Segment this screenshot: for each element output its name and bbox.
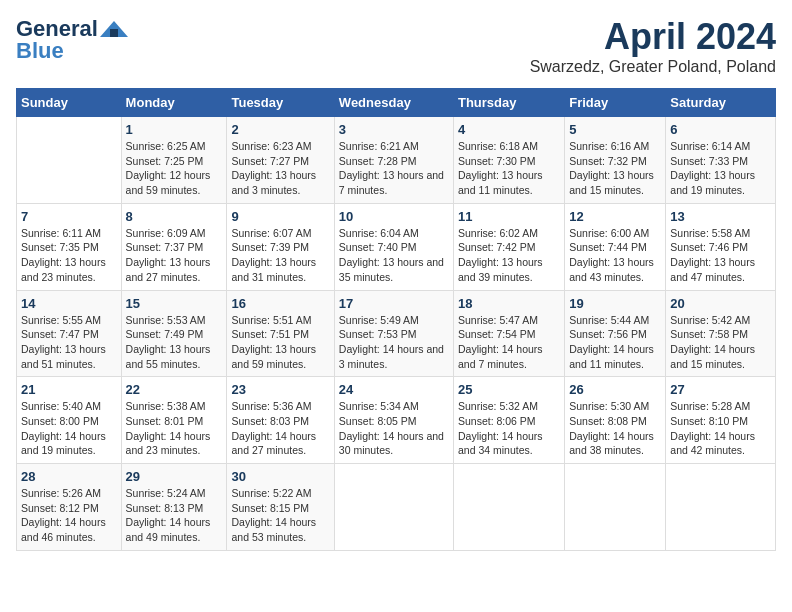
- day-info: Sunrise: 6:04 AMSunset: 7:40 PMDaylight:…: [339, 226, 449, 285]
- calendar-week-4: 21 Sunrise: 5:40 AMSunset: 8:00 PMDaylig…: [17, 377, 776, 464]
- day-header-monday: Monday: [121, 89, 227, 117]
- day-info: Sunrise: 5:28 AMSunset: 8:10 PMDaylight:…: [670, 399, 771, 458]
- day-number: 5: [569, 122, 661, 137]
- day-info: Sunrise: 6:25 AMSunset: 7:25 PMDaylight:…: [126, 139, 223, 198]
- day-number: 11: [458, 209, 560, 224]
- calendar-cell: 1 Sunrise: 6:25 AMSunset: 7:25 PMDayligh…: [121, 117, 227, 204]
- day-header-wednesday: Wednesday: [334, 89, 453, 117]
- calendar-cell: 26 Sunrise: 5:30 AMSunset: 8:08 PMDaylig…: [565, 377, 666, 464]
- calendar-cell: 19 Sunrise: 5:44 AMSunset: 7:56 PMDaylig…: [565, 290, 666, 377]
- calendar-cell: 29 Sunrise: 5:24 AMSunset: 8:13 PMDaylig…: [121, 464, 227, 551]
- calendar-cell: 20 Sunrise: 5:42 AMSunset: 7:58 PMDaylig…: [666, 290, 776, 377]
- day-number: 30: [231, 469, 329, 484]
- calendar-cell: 15 Sunrise: 5:53 AMSunset: 7:49 PMDaylig…: [121, 290, 227, 377]
- logo-icon: [100, 19, 128, 39]
- day-number: 4: [458, 122, 560, 137]
- day-number: 27: [670, 382, 771, 397]
- header: General Blue April 2024 Swarzedz, Greate…: [16, 16, 776, 76]
- calendar-table: SundayMondayTuesdayWednesdayThursdayFrid…: [16, 88, 776, 551]
- day-info: Sunrise: 6:14 AMSunset: 7:33 PMDaylight:…: [670, 139, 771, 198]
- day-number: 12: [569, 209, 661, 224]
- day-header-tuesday: Tuesday: [227, 89, 334, 117]
- calendar-cell: 6 Sunrise: 6:14 AMSunset: 7:33 PMDayligh…: [666, 117, 776, 204]
- calendar-cell: 28 Sunrise: 5:26 AMSunset: 8:12 PMDaylig…: [17, 464, 122, 551]
- day-number: 8: [126, 209, 223, 224]
- day-info: Sunrise: 6:21 AMSunset: 7:28 PMDaylight:…: [339, 139, 449, 198]
- day-number: 2: [231, 122, 329, 137]
- day-number: 7: [21, 209, 117, 224]
- day-info: Sunrise: 6:16 AMSunset: 7:32 PMDaylight:…: [569, 139, 661, 198]
- day-header-friday: Friday: [565, 89, 666, 117]
- calendar-cell: 25 Sunrise: 5:32 AMSunset: 8:06 PMDaylig…: [453, 377, 564, 464]
- day-info: Sunrise: 6:23 AMSunset: 7:27 PMDaylight:…: [231, 139, 329, 198]
- calendar-cell: 13 Sunrise: 5:58 AMSunset: 7:46 PMDaylig…: [666, 203, 776, 290]
- calendar-cell: 4 Sunrise: 6:18 AMSunset: 7:30 PMDayligh…: [453, 117, 564, 204]
- day-info: Sunrise: 5:38 AMSunset: 8:01 PMDaylight:…: [126, 399, 223, 458]
- day-number: 23: [231, 382, 329, 397]
- day-info: Sunrise: 5:47 AMSunset: 7:54 PMDaylight:…: [458, 313, 560, 372]
- day-info: Sunrise: 5:32 AMSunset: 8:06 PMDaylight:…: [458, 399, 560, 458]
- day-number: 29: [126, 469, 223, 484]
- calendar-cell: 9 Sunrise: 6:07 AMSunset: 7:39 PMDayligh…: [227, 203, 334, 290]
- calendar-body: 1 Sunrise: 6:25 AMSunset: 7:25 PMDayligh…: [17, 117, 776, 551]
- calendar-cell: 5 Sunrise: 6:16 AMSunset: 7:32 PMDayligh…: [565, 117, 666, 204]
- day-info: Sunrise: 6:00 AMSunset: 7:44 PMDaylight:…: [569, 226, 661, 285]
- logo-blue: Blue: [16, 38, 64, 64]
- calendar-cell: [666, 464, 776, 551]
- calendar-cell: [565, 464, 666, 551]
- calendar-week-5: 28 Sunrise: 5:26 AMSunset: 8:12 PMDaylig…: [17, 464, 776, 551]
- calendar-week-3: 14 Sunrise: 5:55 AMSunset: 7:47 PMDaylig…: [17, 290, 776, 377]
- calendar-cell: [17, 117, 122, 204]
- day-number: 6: [670, 122, 771, 137]
- calendar-header-row: SundayMondayTuesdayWednesdayThursdayFrid…: [17, 89, 776, 117]
- day-number: 13: [670, 209, 771, 224]
- calendar-cell: 7 Sunrise: 6:11 AMSunset: 7:35 PMDayligh…: [17, 203, 122, 290]
- day-number: 1: [126, 122, 223, 137]
- day-info: Sunrise: 5:49 AMSunset: 7:53 PMDaylight:…: [339, 313, 449, 372]
- day-info: Sunrise: 5:58 AMSunset: 7:46 PMDaylight:…: [670, 226, 771, 285]
- calendar-cell: [453, 464, 564, 551]
- calendar-cell: 2 Sunrise: 6:23 AMSunset: 7:27 PMDayligh…: [227, 117, 334, 204]
- calendar-cell: 16 Sunrise: 5:51 AMSunset: 7:51 PMDaylig…: [227, 290, 334, 377]
- day-number: 28: [21, 469, 117, 484]
- day-info: Sunrise: 5:44 AMSunset: 7:56 PMDaylight:…: [569, 313, 661, 372]
- svg-rect-1: [110, 29, 118, 37]
- title-area: April 2024 Swarzedz, Greater Poland, Pol…: [530, 16, 776, 76]
- calendar-cell: 18 Sunrise: 5:47 AMSunset: 7:54 PMDaylig…: [453, 290, 564, 377]
- day-info: Sunrise: 5:53 AMSunset: 7:49 PMDaylight:…: [126, 313, 223, 372]
- calendar-cell: 24 Sunrise: 5:34 AMSunset: 8:05 PMDaylig…: [334, 377, 453, 464]
- day-info: Sunrise: 5:22 AMSunset: 8:15 PMDaylight:…: [231, 486, 329, 545]
- day-header-sunday: Sunday: [17, 89, 122, 117]
- day-number: 17: [339, 296, 449, 311]
- day-info: Sunrise: 5:26 AMSunset: 8:12 PMDaylight:…: [21, 486, 117, 545]
- calendar-cell: 30 Sunrise: 5:22 AMSunset: 8:15 PMDaylig…: [227, 464, 334, 551]
- day-number: 9: [231, 209, 329, 224]
- calendar-week-1: 1 Sunrise: 6:25 AMSunset: 7:25 PMDayligh…: [17, 117, 776, 204]
- day-number: 20: [670, 296, 771, 311]
- calendar-cell: 11 Sunrise: 6:02 AMSunset: 7:42 PMDaylig…: [453, 203, 564, 290]
- day-info: Sunrise: 5:42 AMSunset: 7:58 PMDaylight:…: [670, 313, 771, 372]
- day-number: 14: [21, 296, 117, 311]
- day-info: Sunrise: 6:11 AMSunset: 7:35 PMDaylight:…: [21, 226, 117, 285]
- day-info: Sunrise: 5:55 AMSunset: 7:47 PMDaylight:…: [21, 313, 117, 372]
- calendar-cell: 10 Sunrise: 6:04 AMSunset: 7:40 PMDaylig…: [334, 203, 453, 290]
- day-info: Sunrise: 5:36 AMSunset: 8:03 PMDaylight:…: [231, 399, 329, 458]
- calendar-week-2: 7 Sunrise: 6:11 AMSunset: 7:35 PMDayligh…: [17, 203, 776, 290]
- calendar-cell: 12 Sunrise: 6:00 AMSunset: 7:44 PMDaylig…: [565, 203, 666, 290]
- day-info: Sunrise: 5:34 AMSunset: 8:05 PMDaylight:…: [339, 399, 449, 458]
- calendar-cell: [334, 464, 453, 551]
- day-number: 18: [458, 296, 560, 311]
- day-info: Sunrise: 6:02 AMSunset: 7:42 PMDaylight:…: [458, 226, 560, 285]
- day-number: 22: [126, 382, 223, 397]
- day-number: 25: [458, 382, 560, 397]
- calendar-cell: 14 Sunrise: 5:55 AMSunset: 7:47 PMDaylig…: [17, 290, 122, 377]
- day-number: 26: [569, 382, 661, 397]
- day-header-saturday: Saturday: [666, 89, 776, 117]
- day-number: 16: [231, 296, 329, 311]
- month-title: April 2024: [530, 16, 776, 58]
- calendar-cell: 21 Sunrise: 5:40 AMSunset: 8:00 PMDaylig…: [17, 377, 122, 464]
- calendar-cell: 17 Sunrise: 5:49 AMSunset: 7:53 PMDaylig…: [334, 290, 453, 377]
- day-number: 21: [21, 382, 117, 397]
- day-info: Sunrise: 5:51 AMSunset: 7:51 PMDaylight:…: [231, 313, 329, 372]
- day-info: Sunrise: 5:30 AMSunset: 8:08 PMDaylight:…: [569, 399, 661, 458]
